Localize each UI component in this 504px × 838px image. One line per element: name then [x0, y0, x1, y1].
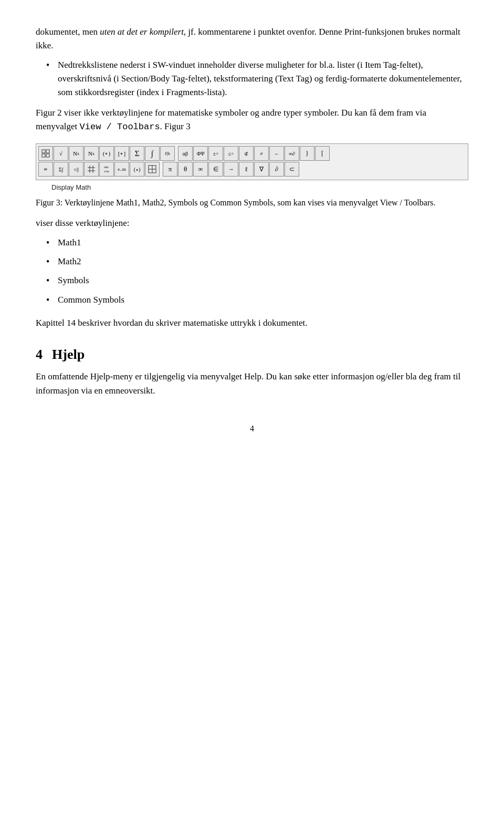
figure-3-box: √ Nx Nx (∘) [∘] Σ ∫ f|b αβ ΦΨ ±÷ ≤÷ ⊄ ≠ … — [36, 143, 468, 180]
toolbar-btn-phi-psi[interactable]: ΦΨ — [193, 146, 208, 161]
toolbar-btn-nsub[interactable]: Nx — [84, 146, 99, 161]
toolbar-btn-nsup[interactable]: Nx — [69, 146, 83, 161]
toolbar-btn-elem[interactable]: ∈ — [208, 162, 223, 177]
text-p1: dokumentet, men uten at det er kompilert… — [36, 25, 468, 53]
main-content: dokumentet, men uten at det er kompilert… — [36, 25, 468, 398]
toolbar-btn-paren2[interactable]: (∘) — [130, 162, 144, 177]
bullet-text-nedtrekk: Nedtrekkslistene nederst i SW-vinduet in… — [58, 60, 462, 98]
toolbar-btn-sincos[interactable]: sincos — [99, 162, 114, 177]
svg-rect-1 — [46, 150, 49, 153]
bullet-math2: Math2 — [46, 255, 468, 268]
toolbar-btn-sqrt[interactable]: √ — [54, 146, 68, 161]
toolbar-row-1: √ Nx Nx (∘) [∘] Σ ∫ f|b αβ ΦΨ ±÷ ≤÷ ⊄ ≠ … — [38, 146, 466, 161]
toolbar-btn-inf-partial[interactable]: ∞∂ — [285, 146, 299, 161]
toolbar-btn-subset[interactable]: ⊄ — [239, 146, 254, 161]
intro-bullet-list: Nedtrekkslistene nederst i SW-vinduet in… — [36, 58, 468, 100]
menu-ref-view: View / Toolbars — [80, 122, 160, 132]
toolbar-bullet-list: Math1 Math2 Symbols Common Symbols — [36, 236, 468, 307]
toolbar-btn-paren[interactable]: (∘) — [99, 146, 114, 161]
svg-rect-0 — [42, 150, 45, 153]
toolbar-btn-theta[interactable]: θ — [178, 162, 193, 177]
paragraph-1: dokumentet, men uten at det er kompilert… — [36, 25, 468, 53]
svg-rect-2 — [42, 154, 45, 157]
toolbar-btn-lbracket2[interactable]: [ — [315, 146, 330, 161]
toolbar-btn-circle-bars[interactable]: ○|| — [69, 162, 83, 177]
section-body-hjelp: En omfattende Hjelp-meny er tilgjengelig… — [36, 370, 468, 398]
toolbar-btn-neq[interactable]: ≠ — [254, 146, 269, 161]
toolbar-btn-bracket[interactable]: [∘] — [114, 146, 129, 161]
toolbar-btn-leq[interactable]: ≤÷ — [224, 146, 238, 161]
text-figur2: Figur 2 viser ikke verktøylinjene for ma… — [36, 106, 468, 135]
toolbar-btn-nabla[interactable]: ∇ — [254, 162, 269, 177]
bullet-common-symbols: Common Symbols — [46, 293, 468, 307]
display-math-label: Display Math — [51, 183, 468, 191]
toolbar-btn-frac[interactable]: f|b — [160, 146, 175, 161]
svg-rect-3 — [46, 154, 49, 157]
toolbar-btn-grid2[interactable] — [145, 162, 160, 177]
toolbar-btn-matrix[interactable] — [38, 146, 53, 161]
after-figure-text: viser disse verktøylinjene: — [36, 216, 468, 230]
toolbar-btn-sigma-int[interactable]: Σ∫ — [54, 162, 68, 177]
paragraph-figur2: Figur 2 viser ikke verktøylinjene for ma… — [36, 106, 468, 135]
toolbar-btn-subset2[interactable]: ⊂ — [285, 162, 299, 177]
toolbar-btn-grid[interactable] — [84, 162, 99, 177]
chapter-text: Kapittel 14 beskriver hvordan du skriver… — [36, 316, 468, 330]
toolbar-btn-infty[interactable]: ∞ — [193, 162, 208, 177]
toolbar-btn-sigma[interactable]: Σ — [130, 146, 144, 161]
toolbar-btn-equiv[interactable]: ≡ — [38, 162, 53, 177]
toolbar-btn-ell[interactable]: ℓ — [239, 162, 254, 177]
bullet-math1: Math1 — [46, 236, 468, 250]
toolbar-btn-pm-div[interactable]: ±÷ — [208, 146, 223, 161]
toolbar-btn-arrow-left[interactable]: ← — [269, 146, 284, 161]
toolbar-row-2: ≡ Σ∫ ○|| sincos e..m (∘) π θ ∞ ∈ → ℓ ∇ ∂… — [38, 162, 466, 177]
toolbar-btn-integral[interactable]: ∫ — [145, 146, 160, 161]
toolbar-btn-partial[interactable]: ∂ — [269, 162, 284, 177]
toolbar-btn-rbrace[interactable]: } — [300, 146, 314, 161]
page-number: 4 — [36, 424, 468, 433]
figure-3-caption: Figur 3: Verktøylinjene Math1, Math2, Sy… — [36, 196, 468, 209]
toolbar-btn-arrow-right[interactable]: → — [224, 162, 238, 177]
toolbar-btn-em[interactable]: e..m — [114, 162, 129, 177]
bullet-symbols: Symbols — [46, 274, 468, 287]
toolbar-sep-2 — [160, 162, 162, 177]
section-heading-hjelp: 4Hjelp — [36, 347, 468, 363]
toolbar-btn-alpha-beta[interactable]: αβ — [178, 146, 193, 161]
bullet-item-nedtrekk: Nedtrekkslistene nederst i SW-vinduet in… — [46, 58, 468, 100]
toolbar-btn-pi[interactable]: π — [163, 162, 177, 177]
toolbar-sep-1 — [175, 146, 177, 161]
